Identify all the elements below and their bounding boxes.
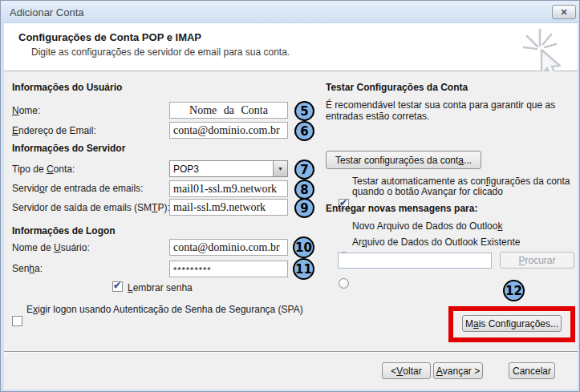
- name-input[interactable]: Nome da Conta: [169, 102, 288, 119]
- cancel-button[interactable]: Cancelar: [509, 362, 555, 379]
- add-account-dialog: Adicionar Conta ✕ Configurações de Conta…: [0, 0, 580, 392]
- server-info-heading: Informações do Servidor: [12, 143, 125, 154]
- step-badge-10: 10: [293, 236, 314, 258]
- radio-new-data-file-label: Novo Arquivo de Dados do Outlook: [352, 220, 502, 232]
- email-label: Endereço de Email:: [12, 125, 96, 136]
- user-info-heading: Informações do Usuário: [12, 82, 122, 93]
- deliver-heading: Entregar novas mensagens para:: [326, 203, 477, 214]
- step-badge-5: 5: [294, 101, 314, 121]
- step-badge-7: 7: [294, 160, 314, 180]
- page-subtitle: Digite as configurações de servidor de e…: [31, 46, 290, 58]
- outgoing-server-label: Servidor de saída de emails (SMTP):: [12, 202, 170, 213]
- more-settings-button[interactable]: Mais Configurações...: [462, 315, 562, 332]
- step-badge-8: 8: [294, 180, 314, 200]
- account-type-value: POP3: [173, 164, 273, 175]
- outgoing-server-input[interactable]: mail-ssl.m9.network: [169, 199, 288, 216]
- titlebar: Adicionar Conta ✕: [1, 1, 580, 23]
- back-button[interactable]: < Voltar: [382, 362, 431, 379]
- footer-divider: [4, 351, 578, 353]
- account-type-select[interactable]: POP3 ▼: [169, 160, 288, 177]
- auto-test-label: Testar automaticamente as configurações …: [352, 176, 575, 197]
- remember-password-label: Lembrar senha: [128, 282, 193, 293]
- spa-checkbox[interactable]: [12, 316, 22, 326]
- window-title: Adicionar Conta: [10, 6, 84, 18]
- step-badge-12: 12: [503, 280, 525, 301]
- name-label: Nome:: [12, 105, 40, 116]
- password-label: Senha:: [12, 263, 43, 274]
- logon-info-heading: Informações de Logon: [12, 225, 116, 236]
- step-badge-9: 9: [294, 198, 314, 218]
- browse-button[interactable]: Procurar: [500, 252, 574, 269]
- step-badge-11: 11: [293, 258, 314, 280]
- spa-label: Exigir logon usando Autenticação de Senh…: [26, 305, 306, 315]
- step-badge-6: 6: [294, 121, 314, 141]
- incoming-server-label: Servidor de entrada de emails:: [12, 183, 143, 194]
- password-input[interactable]: *********: [169, 261, 288, 277]
- chevron-down-icon: ▼: [278, 166, 283, 172]
- email-input[interactable]: conta@dominio.com.br: [169, 122, 288, 139]
- dropdown-button[interactable]: ▼: [273, 161, 287, 176]
- incoming-server-input[interactable]: mail01-ssl.m9.network: [169, 180, 288, 197]
- radio-existing-data-file[interactable]: [339, 278, 349, 289]
- username-label: Nome de Usuário:: [12, 242, 90, 253]
- account-type-label: Tipo de Conta:: [12, 164, 75, 175]
- test-account-button[interactable]: Testar configurações da conta...: [326, 151, 481, 169]
- close-button[interactable]: ✕: [552, 5, 576, 19]
- data-file-path-input[interactable]: [338, 253, 492, 269]
- remember-password-checkbox[interactable]: [112, 281, 123, 292]
- test-settings-heading: Testar Configurações da Conta: [326, 82, 468, 93]
- radio-existing-data-file-label: Arquivo de Dados do Outlook Existente: [352, 236, 520, 248]
- page-title: Configurações de Conta POP e IMAP: [18, 31, 201, 43]
- close-icon: ✕: [560, 7, 567, 18]
- next-button[interactable]: Avançar >: [433, 362, 483, 379]
- test-settings-description: É recomendável testar sua conta para gar…: [326, 99, 570, 122]
- username-input[interactable]: conta@dominio.com.br: [169, 239, 288, 256]
- dialog-header: Configurações de Conta POP e IMAP Digite…: [4, 23, 578, 71]
